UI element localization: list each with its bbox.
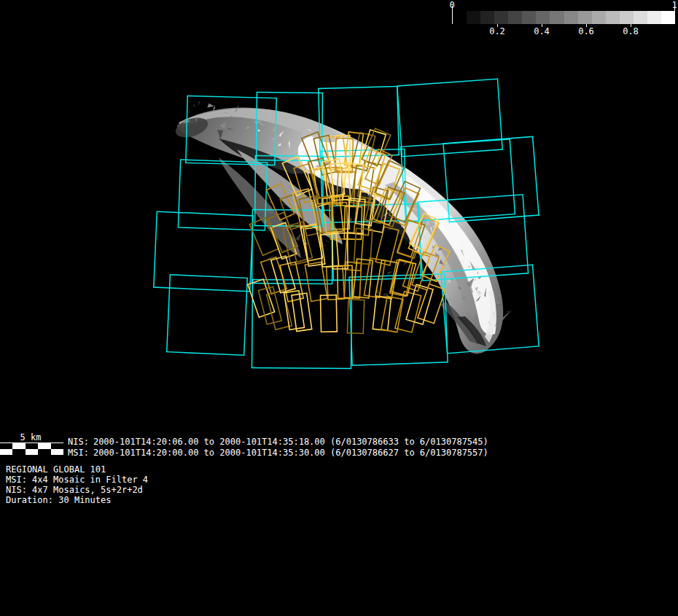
colorbar-tick-label: 0.4 bbox=[531, 27, 553, 36]
colorbar-step bbox=[661, 11, 675, 24]
colorbar-tick-label: 0.6 bbox=[575, 27, 597, 36]
colorbar-tick-label: 0.2 bbox=[486, 27, 508, 36]
duration-description: Duration: 30 Minutes bbox=[6, 495, 148, 505]
nis-observation-line: NIS:2000-101T14:20:06.00 to 2000-101T14:… bbox=[68, 437, 488, 448]
scale-bar-cell bbox=[0, 443, 12, 449]
scale-bar-label: 5 km bbox=[0, 433, 61, 442]
mission-plan-visualization bbox=[0, 0, 678, 616]
scale-bar-cell bbox=[0, 449, 12, 455]
colorbar-step bbox=[578, 11, 592, 24]
colorbar-tick-label: 0.8 bbox=[620, 27, 642, 36]
colorbar-legend: 0 1 0.20.40.60.8 bbox=[446, 0, 678, 38]
scale-bar-cell bbox=[26, 449, 38, 455]
msi-observation-line: MSI:2000-101T14:20:00.00 to 2000-101T14:… bbox=[68, 448, 488, 459]
scale-bar-cell bbox=[51, 449, 63, 455]
colorbar-step bbox=[592, 11, 606, 24]
sequence-caption: REGIONAL GLOBAL 101 MSI: 4x4 Mosaic in F… bbox=[6, 464, 148, 505]
colorbar-step bbox=[480, 11, 494, 24]
scale-bar-cell bbox=[38, 449, 50, 455]
colorbar-step bbox=[467, 11, 480, 24]
colorbar-step bbox=[453, 11, 467, 24]
sequence-title: REGIONAL GLOBAL 101 bbox=[6, 464, 148, 475]
scale-bar-cell bbox=[12, 449, 25, 455]
scale-bar-checker bbox=[0, 443, 63, 455]
colorbar-step bbox=[606, 11, 620, 24]
scene-background bbox=[0, 0, 678, 616]
colorbar-step bbox=[647, 11, 661, 24]
scale-bar-cell bbox=[51, 443, 63, 449]
colorbar-gradient bbox=[453, 11, 675, 24]
scale-bar-cell bbox=[38, 443, 50, 449]
colorbar-step bbox=[494, 11, 508, 24]
colorbar-step bbox=[536, 11, 550, 24]
nis-mosaic-description: NIS: 4x7 Mosaics, 5s+2r+2d bbox=[6, 485, 148, 495]
msi-mosaic-description: MSI: 4x4 Mosaic in Filter 4 bbox=[6, 475, 148, 485]
colorbar-step bbox=[564, 11, 578, 24]
nis-observation-range: 2000-101T14:20:06.00 to 2000-101T14:35:1… bbox=[93, 437, 488, 447]
observation-times: NIS:2000-101T14:20:06.00 to 2000-101T14:… bbox=[68, 437, 488, 459]
nis-observation-label: NIS: bbox=[68, 437, 89, 448]
msi-observation-label: MSI: bbox=[68, 448, 89, 459]
colorbar-step bbox=[508, 11, 522, 24]
colorbar-step bbox=[522, 11, 536, 24]
msi-observation-range: 2000-101T14:20:00.00 to 2000-101T14:35:3… bbox=[93, 448, 488, 458]
colorbar-step bbox=[550, 11, 564, 24]
mission-plan-screen: { "colorbar": { "min_label": "0", "max_l… bbox=[0, 0, 678, 616]
colorbar-step bbox=[620, 11, 634, 24]
scale-bar-cell bbox=[26, 443, 38, 449]
scale-bar-cell bbox=[12, 443, 25, 449]
colorbar-step bbox=[634, 11, 647, 24]
scale-bar: 5 km bbox=[0, 433, 66, 456]
colorbar-max-label: 1 bbox=[669, 1, 678, 9]
